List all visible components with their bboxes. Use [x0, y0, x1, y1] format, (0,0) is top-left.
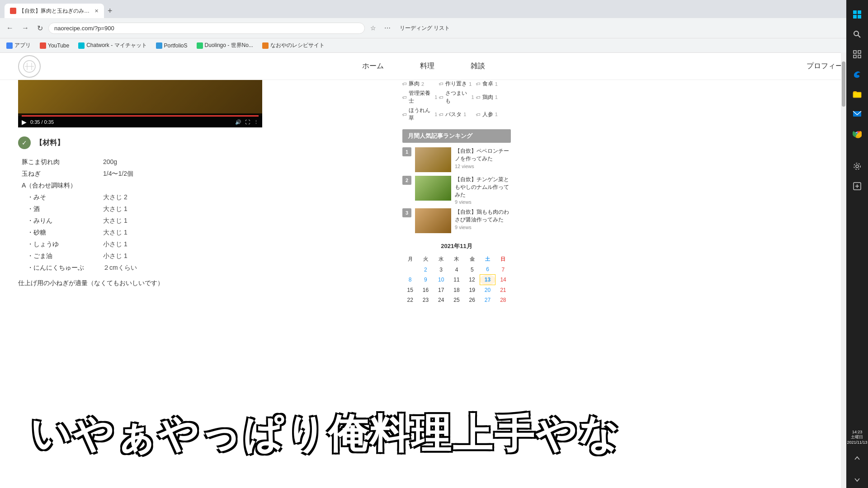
- windows-start-button[interactable]: [849, 6, 865, 23]
- nav-cooking[interactable]: 料理: [420, 61, 434, 71]
- site-header: ホーム 料理 雑談 プロフィール: [0, 53, 868, 80]
- ranking-item[interactable]: 1 【自炊】ペペロンチーノを作ってみた 12 views: [402, 147, 511, 172]
- calendar-day: 11: [449, 275, 464, 285]
- bookmark-portfolio[interactable]: PortfolioS: [153, 42, 190, 50]
- bookmark-youtube-label: YouTube: [48, 42, 69, 49]
- nav-chat[interactable]: 雑談: [471, 61, 485, 71]
- ingredient-row: ・みそ大さじ 2: [18, 192, 375, 203]
- calendar-day[interactable]: 10: [434, 275, 449, 285]
- calendar-weekday: 土: [480, 254, 495, 264]
- calendar-day: 14: [495, 275, 511, 285]
- page-content: ホーム 料理 雑談 プロフィール ▶ 0:35 / 0:35: [0, 53, 868, 488]
- tag-item[interactable]: 🏷豚肉2: [402, 80, 437, 88]
- bookmark-duolingo[interactable]: Duolingo - 世界No...: [194, 41, 256, 50]
- star-button[interactable]: ☆: [368, 23, 379, 33]
- tag-item[interactable]: 🏷鶏肉1: [476, 89, 511, 105]
- video-controls: ▶ 0:35 / 0:35 🔊 ⛶ ⋮: [18, 113, 262, 127]
- forward-button[interactable]: →: [19, 22, 32, 34]
- ranking-title: 月間人気記事ランキング: [402, 129, 511, 143]
- video-more-button[interactable]: ⋮: [254, 119, 259, 125]
- edge-icon[interactable]: [849, 66, 865, 82]
- calendar-day: 19: [464, 285, 480, 296]
- tag-bullet: 🏷: [439, 81, 443, 86]
- svg-rect-13: [858, 55, 861, 58]
- svg-rect-14: [853, 92, 861, 98]
- tag-bullet: 🏷: [476, 95, 481, 100]
- video-volume-button[interactable]: 🔊: [235, 119, 241, 125]
- calendar-day[interactable]: 8: [402, 275, 418, 285]
- tag-item[interactable]: 🏷パスタ1: [439, 107, 474, 122]
- calendar-day: 17: [434, 285, 449, 296]
- calendar-day: 27: [480, 295, 495, 305]
- ranking-item[interactable]: 2 【自炊】チンゲン菜ともやしのナムル作ってみた 9 views: [402, 176, 511, 205]
- bookmark-apps[interactable]: アプリ: [4, 41, 33, 50]
- bookmark-youtube[interactable]: YouTube: [37, 42, 72, 50]
- video-container[interactable]: ▶ 0:35 / 0:35 🔊 ⛶ ⋮: [18, 80, 262, 127]
- calendar-table: 月火水木金土日 23456789101112131415161718192021…: [402, 254, 511, 305]
- ranking-views: 9 views: [455, 199, 511, 205]
- ranking-info: 【自炊】ペペロンチーノを作ってみた 12 views: [455, 147, 511, 169]
- scroll-indicator[interactable]: [841, 52, 846, 488]
- video-progress-bar[interactable]: [22, 115, 259, 117]
- video-ctrl-row: ▶ 0:35 / 0:35 🔊 ⛶ ⋮: [22, 118, 259, 126]
- tag-bullet: 🏷: [439, 95, 443, 100]
- calendar-day: 22: [402, 295, 418, 305]
- ranking-info: 【自炊】チンゲン菜ともやしのナムル作ってみた 9 views: [455, 176, 511, 205]
- collections-button[interactable]: ⋯: [382, 23, 393, 33]
- tag-count: 1: [495, 94, 498, 100]
- new-tab-button[interactable]: +: [104, 6, 116, 16]
- tag-item[interactable]: 🏷食卓1: [476, 80, 511, 88]
- ingredient-row: ・酒大さじ 1: [18, 203, 375, 215]
- mail-icon[interactable]: [849, 106, 865, 122]
- tag-count: 1: [469, 81, 472, 87]
- task-view-button[interactable]: [849, 46, 865, 62]
- svg-point-18: [856, 165, 859, 168]
- reading-list-button[interactable]: リーディング リスト: [396, 23, 453, 34]
- tab-close-button[interactable]: ✕: [94, 8, 99, 14]
- video-play-button[interactable]: ▶: [22, 118, 27, 126]
- calendar-day: 12: [464, 275, 480, 285]
- address-bar[interactable]: [48, 23, 365, 34]
- unknown-icon-1[interactable]: [849, 178, 865, 194]
- nav-home[interactable]: ホーム: [362, 61, 384, 71]
- calendar-row: 891011121314: [402, 275, 511, 285]
- calendar: 2021年11月 月火水木金土日 23456789101112131415161…: [402, 242, 511, 305]
- tag-bullet: 🏷: [476, 112, 481, 117]
- tag-item[interactable]: 🏷さつまいも1: [439, 89, 474, 105]
- calendar-day[interactable]: 2: [418, 264, 433, 275]
- bottom-scroll-down[interactable]: [849, 472, 865, 488]
- tag-item[interactable]: 🏷管理栄養士1: [402, 89, 437, 105]
- tag-bullet: 🏷: [402, 95, 407, 100]
- ranking-item[interactable]: 3 【自炊】鶏もも肉のわさび醤油作ってみた 9 views: [402, 208, 511, 233]
- calendar-header: 2021年11月: [402, 242, 511, 250]
- ingredient-row: 豚こま切れ肉200g: [18, 156, 375, 168]
- ranking-thumbnail: [415, 176, 451, 201]
- svg-rect-12: [854, 55, 856, 58]
- tag-item[interactable]: 🏷人参1: [476, 107, 511, 122]
- gear-icon[interactable]: [849, 158, 865, 174]
- duolingo-icon: [197, 42, 203, 49]
- back-button[interactable]: ←: [4, 22, 16, 34]
- tag-item[interactable]: 🏷作り置き1: [439, 80, 474, 88]
- bottom-scroll-up[interactable]: [849, 450, 865, 466]
- svg-rect-7: [858, 15, 861, 19]
- active-tab[interactable]: 【自炊】豚肉と玉ねぎのみそ炒め... ✕: [5, 4, 104, 18]
- video-fullscreen-button[interactable]: ⛶: [245, 119, 250, 125]
- refresh-button[interactable]: ↻: [34, 22, 46, 34]
- naoreci-icon: [262, 42, 269, 49]
- chrome-icon[interactable]: [849, 126, 865, 142]
- calendar-day: 5: [464, 264, 480, 275]
- tag-name: 人参: [482, 111, 493, 118]
- ingredient-row: ・みりん大さじ 1: [18, 215, 375, 227]
- svg-point-8: [854, 31, 859, 36]
- page-body: ▶ 0:35 / 0:35 🔊 ⛶ ⋮ ✓ 【材料】: [0, 80, 868, 488]
- bookmark-chatwork[interactable]: Chatwork - マイチャット: [75, 41, 149, 50]
- file-explorer-icon[interactable]: [849, 86, 865, 102]
- bookmark-naoreci[interactable]: なおやのレシピサイト: [259, 41, 327, 50]
- calendar-day[interactable]: 9: [418, 275, 433, 285]
- scroll-thumb[interactable]: [842, 61, 845, 107]
- search-button[interactable]: [849, 26, 865, 42]
- tag-item[interactable]: 🏷ほうれん草1: [402, 107, 437, 122]
- svg-rect-4: [853, 10, 857, 14]
- tag-name: 作り置き: [445, 80, 467, 88]
